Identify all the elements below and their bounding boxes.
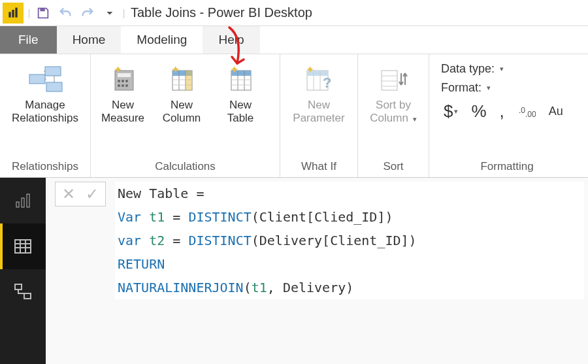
app-icon: [3, 3, 24, 24]
svg-rect-45: [27, 194, 29, 207]
formula-area: ✕ ✓ New Table = Var t1 = DISTINCT(Client…: [46, 178, 588, 364]
svg-rect-6: [46, 82, 62, 91]
new-table-label: New Table: [227, 99, 254, 125]
group-whatif: ?✦ New Parameter What If: [280, 54, 358, 177]
svg-point-14: [125, 84, 128, 87]
new-measure-label: New Measure: [101, 99, 144, 125]
new-table-button[interactable]: ✦ New Table: [211, 58, 270, 129]
new-parameter-button[interactable]: ?✦ New Parameter: [283, 58, 355, 129]
svg-point-10: [122, 80, 124, 82]
thousands-button[interactable]: ,: [497, 100, 507, 123]
group-sort: Sort by Column ▾ Sort: [358, 54, 429, 177]
svg-text:.0: .0: [519, 106, 525, 115]
view-switcher: [0, 178, 46, 364]
svg-point-11: [125, 80, 128, 82]
tab-home[interactable]: Home: [57, 26, 122, 54]
svg-point-12: [118, 84, 120, 87]
svg-point-13: [122, 84, 124, 87]
datatype-dropdown[interactable]: Data type:▾: [441, 62, 577, 76]
column-icon: ✦: [167, 62, 196, 97]
parameter-icon: ?✦: [303, 62, 335, 97]
auto-button[interactable]: Au: [546, 103, 566, 120]
svg-rect-3: [40, 8, 44, 11]
relationships-icon: [27, 62, 63, 97]
svg-rect-2: [15, 7, 17, 17]
manage-relationships-label: Manage Relationships: [12, 99, 78, 125]
ribbon: Manage Relationships Relationships ✦ New…: [0, 54, 588, 178]
redo-button[interactable]: [78, 4, 97, 22]
tab-modeling[interactable]: Modeling: [121, 26, 203, 54]
group-sort-label: Sort: [361, 157, 426, 177]
content-area: ✕ ✓ New Table = Var t1 = DISTINCT(Client…: [0, 178, 588, 364]
svg-rect-44: [22, 198, 24, 207]
group-formatting-label: Formatting: [432, 157, 582, 177]
titlebar: | ⏷ | Table Joins - Power BI Desktop: [0, 0, 588, 26]
group-calculations-label: Calculations: [93, 157, 277, 177]
table-icon: ✦: [226, 62, 255, 97]
new-parameter-label: New Parameter: [293, 99, 344, 125]
window-title: Table Joins - Power BI Desktop: [131, 5, 312, 20]
sort-by-column-button[interactable]: Sort by Column ▾: [361, 58, 426, 129]
group-relationships: Manage Relationships Relationships: [0, 54, 91, 177]
percent-button[interactable]: %: [468, 100, 489, 123]
cancel-formula-button[interactable]: ✕: [62, 185, 75, 203]
sort-icon: [378, 62, 409, 97]
svg-rect-1: [12, 10, 14, 18]
svg-rect-22: [186, 71, 192, 90]
svg-text:✦: ✦: [306, 65, 314, 75]
group-calculations: ✦ New Measure ✦ New Column ✦ New Table: [91, 54, 280, 177]
svg-text:✦: ✦: [171, 65, 180, 75]
svg-rect-43: [16, 202, 19, 207]
tab-file[interactable]: File: [0, 26, 57, 54]
group-relationships-label: Relationships: [3, 157, 88, 177]
customize-qa-button[interactable]: ⏷: [101, 4, 119, 22]
measure-icon: ✦: [108, 62, 137, 97]
svg-text:?: ?: [323, 74, 331, 91]
svg-rect-5: [29, 74, 45, 84]
new-measure-button[interactable]: ✦ New Measure: [93, 58, 152, 129]
svg-rect-37: [382, 71, 397, 90]
decimals-button[interactable]: .0.00: [515, 103, 538, 121]
svg-rect-0: [8, 12, 10, 17]
new-column-label: New Column: [163, 99, 201, 125]
report-view-button[interactable]: [0, 178, 46, 223]
svg-text:✦: ✦: [230, 65, 238, 75]
ribbon-tabs: File Home Modeling Help: [0, 26, 588, 54]
currency-button[interactable]: $▾: [441, 100, 461, 123]
model-view-button[interactable]: [0, 269, 46, 315]
svg-text:✦: ✦: [114, 65, 122, 75]
qa-separator-2: |: [121, 0, 127, 25]
svg-rect-51: [15, 284, 22, 290]
group-formatting: Data type:▾ Format:▾ $▾ % , .0.00 Au For…: [429, 54, 585, 177]
svg-rect-46: [15, 240, 31, 253]
new-column-button[interactable]: ✦ New Column: [152, 58, 211, 129]
formula-editor[interactable]: New Table = Var t1 = DISTINCT(Client[Cli…: [115, 182, 584, 299]
data-view-button[interactable]: [0, 223, 46, 269]
svg-point-9: [118, 80, 120, 82]
save-button[interactable]: [34, 4, 52, 22]
qa-separator: |: [26, 0, 32, 25]
svg-text:.00: .00: [525, 110, 536, 119]
undo-button[interactable]: [56, 4, 74, 22]
tab-help[interactable]: Help: [203, 26, 259, 54]
manage-relationships-button[interactable]: Manage Relationships: [3, 58, 88, 129]
svg-rect-52: [24, 293, 31, 299]
commit-formula-button[interactable]: ✓: [86, 185, 99, 203]
group-whatif-label: What If: [283, 157, 355, 177]
formula-actions: ✕ ✓: [55, 182, 106, 207]
format-dropdown[interactable]: Format:▾: [441, 81, 577, 95]
sort-by-column-label: Sort by Column ▾: [370, 99, 416, 125]
svg-rect-4: [45, 67, 61, 76]
